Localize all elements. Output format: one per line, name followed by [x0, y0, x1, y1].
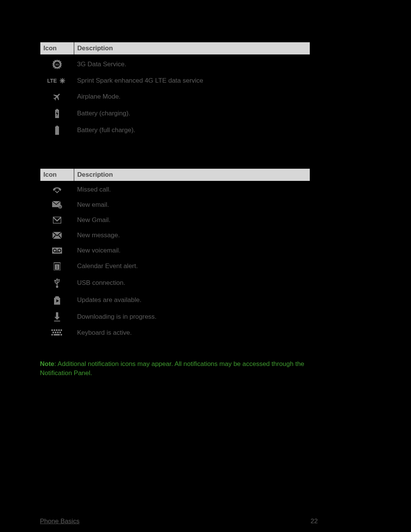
svg-rect-41	[53, 332, 54, 333]
svg-rect-11	[56, 126, 58, 126]
cell-desc: 3G Data Service.	[74, 55, 310, 73]
table-row: 3G 3G Data Service.	[40, 55, 310, 73]
svg-rect-35	[54, 321, 60, 321]
new-message-icon	[40, 228, 74, 243]
status-icons-table: Icon Description 3G 3G Data Service.	[40, 42, 310, 139]
cell-desc: Calendar Event alert.	[74, 258, 310, 274]
header-description: Description	[74, 169, 310, 182]
svg-rect-42	[55, 332, 56, 333]
svg-rect-39	[58, 329, 60, 331]
cell-desc: Airplane Mode.	[74, 88, 310, 105]
header-icon: Icon	[40, 169, 74, 182]
svg-rect-38	[56, 329, 57, 331]
cell-desc: Sprint Spark enhanced 4G LTE data servic…	[74, 73, 310, 88]
svg-rect-47	[61, 334, 62, 335]
svg-marker-34	[54, 317, 60, 320]
cell-desc: New email.	[74, 197, 310, 212]
svg-rect-46	[54, 334, 60, 335]
svg-text:@: @	[59, 206, 61, 208]
svg-rect-45	[51, 334, 53, 335]
table-row: LTE Sprint Spark enhanced 4G LTE data se…	[40, 73, 310, 88]
note-text: Note: Additional notification icons may …	[40, 359, 306, 378]
svg-rect-36	[51, 329, 53, 331]
table-row: @ New email.	[40, 197, 310, 212]
battery-charging-icon	[40, 105, 74, 122]
table-row: Airplane Mode.	[40, 88, 310, 105]
table-row: Keyboard is active.	[40, 325, 310, 340]
updates-icon	[40, 292, 74, 308]
table-row: New voicemail.	[40, 243, 310, 258]
svg-rect-33	[56, 312, 58, 317]
table-row: USB connection.	[40, 274, 310, 292]
table-row: New message.	[40, 228, 310, 243]
new-voicemail-icon	[40, 243, 74, 258]
cell-desc: New message.	[74, 228, 310, 243]
table-row: New Gmail.	[40, 212, 310, 228]
svg-rect-30	[54, 280, 56, 281]
document-page: Icon Description 3G 3G Data Service.	[0, 0, 411, 532]
keyboard-icon	[40, 325, 74, 340]
cell-desc: Downloading is in progress.	[74, 308, 310, 325]
svg-text:1: 1	[56, 265, 58, 269]
svg-marker-29	[56, 278, 58, 280]
note-bold: Note	[40, 360, 54, 367]
cell-desc: Updates are available.	[74, 292, 310, 308]
svg-rect-40	[61, 329, 62, 331]
table-row: Battery (full charge).	[40, 122, 310, 139]
cell-desc: New voicemail.	[74, 243, 310, 258]
new-email-icon: @	[40, 197, 74, 212]
svg-rect-44	[59, 332, 61, 333]
battery-full-icon	[40, 122, 74, 139]
content-area: Icon Description 3G 3G Data Service.	[40, 42, 371, 378]
table-row: Missed call.	[40, 182, 310, 198]
missed-call-icon	[40, 182, 74, 198]
svg-text:LTE: LTE	[47, 78, 57, 84]
usb-icon	[40, 274, 74, 292]
table-row: Downloading is in progress.	[40, 308, 310, 325]
svg-point-31	[58, 279, 60, 281]
table-header-row: Icon Description	[40, 42, 310, 55]
cell-desc: Battery (charging).	[74, 105, 310, 122]
section-gap	[40, 139, 371, 168]
download-icon	[40, 308, 74, 325]
table-row: 1 Calendar Event alert.	[40, 258, 310, 274]
header-description: Description	[74, 42, 310, 55]
svg-rect-37	[54, 329, 55, 331]
new-gmail-icon	[40, 212, 74, 228]
calendar-event-icon: 1	[40, 258, 74, 274]
svg-rect-12	[55, 126, 59, 135]
note-body: : Additional notification icons may appe…	[40, 360, 304, 377]
cell-desc: New Gmail.	[74, 212, 310, 228]
3g-icon: 3G	[40, 55, 74, 73]
svg-text:3G: 3G	[55, 63, 59, 66]
lte-spark-icon: LTE	[40, 73, 74, 88]
footer-section-title: Phone Basics	[40, 518, 80, 525]
svg-rect-8	[56, 109, 58, 110]
cell-desc: Battery (full charge).	[74, 122, 310, 139]
table-row: Battery (charging).	[40, 105, 310, 122]
svg-rect-43	[57, 332, 59, 333]
table-row: Updates are available.	[40, 292, 310, 308]
table-header-row: Icon Description	[40, 169, 310, 182]
airplane-icon	[40, 88, 74, 105]
footer-page-number: 22	[311, 518, 318, 525]
notification-icons-table: Icon Description Missed call.	[40, 168, 310, 340]
cell-desc: USB connection.	[74, 274, 310, 292]
cell-desc: Missed call.	[74, 182, 310, 198]
header-icon: Icon	[40, 42, 74, 55]
cell-desc: Keyboard is active.	[74, 325, 310, 340]
